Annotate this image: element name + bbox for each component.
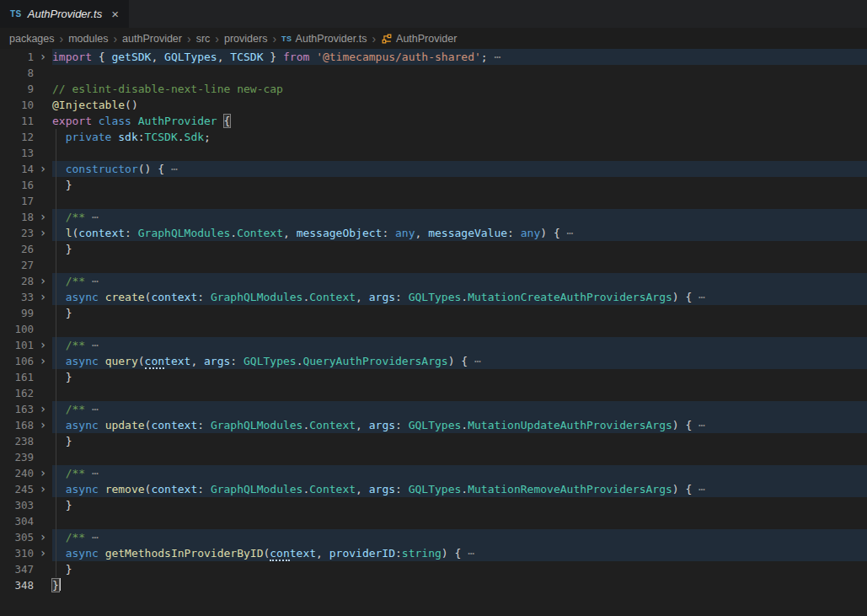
fold-chevron-icon[interactable]: › — [34, 481, 52, 497]
fold-chevron-icon[interactable]: › — [34, 273, 52, 289]
tab-authprovider[interactable]: TS AuthProvider.ts × — [0, 0, 129, 28]
line-number[interactable]: 305 — [0, 529, 34, 545]
line-number[interactable]: 168 — [0, 417, 34, 433]
code-content[interactable]: } — [52, 497, 867, 513]
line-number[interactable]: 13 — [0, 145, 34, 161]
code-token: : — [230, 355, 244, 367]
breadcrumb-item-authprovider[interactable]: authProvider — [122, 33, 182, 45]
code-content[interactable]: } — [52, 305, 867, 321]
code-content[interactable]: async getMethodsInProviderByID(context, … — [52, 545, 867, 561]
code-content[interactable]: export class AuthProvider { — [52, 113, 867, 129]
line-number[interactable]: 100 — [0, 321, 34, 337]
code-content[interactable] — [52, 145, 867, 161]
code-content[interactable]: /** ⋯ — [52, 465, 867, 481]
close-icon[interactable]: × — [111, 8, 119, 20]
code-token: ) { — [672, 291, 692, 303]
code-line-101: 101› /** ⋯ — [0, 337, 867, 353]
line-number[interactable]: 310 — [0, 545, 34, 561]
code-content[interactable]: async create(context: GraphQLModules.Con… — [52, 289, 867, 305]
gutter: 11› — [0, 113, 52, 129]
code-content[interactable] — [52, 513, 867, 529]
code-content[interactable]: /** ⋯ — [52, 401, 867, 417]
line-number[interactable]: 240 — [0, 465, 34, 481]
line-number[interactable]: 18 — [0, 209, 34, 225]
gutter: 99› — [0, 305, 52, 321]
code-content[interactable] — [52, 257, 867, 273]
line-number[interactable]: 23 — [0, 225, 34, 241]
code-content[interactable]: } — [52, 433, 867, 449]
fold-chevron-icon[interactable]: › — [34, 209, 52, 225]
line-number[interactable]: 101 — [0, 337, 34, 353]
line-number[interactable]: 303 — [0, 497, 34, 513]
fold-chevron-icon[interactable]: › — [34, 337, 52, 353]
line-number[interactable]: 10 — [0, 97, 34, 113]
line-number[interactable]: 17 — [0, 193, 34, 209]
fold-chevron-icon[interactable]: › — [34, 545, 52, 561]
code-content[interactable] — [52, 65, 867, 81]
fold-chevron-icon[interactable]: › — [34, 49, 52, 65]
gutter: 16› — [0, 177, 52, 193]
line-number[interactable]: 239 — [0, 449, 34, 465]
fold-chevron-icon[interactable]: › — [34, 289, 52, 305]
fold-chevron-icon[interactable]: › — [34, 465, 52, 481]
code-token: } — [51, 578, 60, 592]
code-content[interactable]: async remove(context: GraphQLModules.Con… — [52, 481, 867, 497]
code-content[interactable]: private sdk:TCSDK.Sdk; — [52, 129, 867, 145]
line-number[interactable]: 14 — [0, 161, 34, 177]
code-content[interactable] — [52, 385, 867, 401]
code-content[interactable]: import { getSDK, GQLTypes, TCSDK } from … — [52, 49, 867, 65]
line-number[interactable]: 28 — [0, 273, 34, 289]
line-number[interactable]: 161 — [0, 369, 34, 385]
line-number[interactable]: 26 — [0, 241, 34, 257]
code-content[interactable]: // eslint-disable-next-line new-cap — [52, 81, 867, 97]
line-number[interactable]: 27 — [0, 257, 34, 273]
line-number[interactable]: 245 — [0, 481, 34, 497]
fold-chevron-icon[interactable]: › — [34, 401, 52, 417]
code-content[interactable]: /** ⋯ — [52, 273, 867, 289]
code-content[interactable]: } — [52, 577, 867, 593]
fold-chevron-icon[interactable]: › — [34, 529, 52, 545]
breadcrumb-item-src[interactable]: src — [196, 33, 211, 45]
fold-chevron-icon[interactable]: › — [34, 417, 52, 433]
line-number[interactable]: 347 — [0, 561, 34, 577]
code-content[interactable] — [52, 449, 867, 465]
line-number[interactable]: 33 — [0, 289, 34, 305]
code-content[interactable]: /** ⋯ — [52, 337, 867, 353]
line-number[interactable]: 99 — [0, 305, 34, 321]
breadcrumb-item-authprovider[interactable]: AuthProvider — [381, 33, 457, 45]
code-content[interactable]: l(context: GraphQLModules.Context, messa… — [52, 225, 867, 241]
line-number[interactable]: 106 — [0, 353, 34, 369]
breadcrumb-item-packages[interactable]: packages — [9, 33, 55, 45]
line-number[interactable]: 8 — [0, 65, 34, 81]
line-number[interactable]: 348 — [0, 577, 34, 593]
fold-chevron-icon[interactable]: › — [34, 161, 52, 177]
code-content[interactable]: } — [52, 241, 867, 257]
code-content[interactable] — [52, 193, 867, 209]
code-content[interactable]: } — [52, 369, 867, 385]
line-number[interactable]: 163 — [0, 401, 34, 417]
code-content[interactable]: /** ⋯ — [52, 209, 867, 225]
line-number[interactable]: 11 — [0, 113, 34, 129]
code-content[interactable]: constructor() { ⋯ — [52, 161, 867, 177]
line-number[interactable]: 9 — [0, 81, 34, 97]
code-content[interactable] — [52, 321, 867, 337]
line-number[interactable]: 304 — [0, 513, 34, 529]
code-content[interactable]: /** ⋯ — [52, 529, 867, 545]
breadcrumb-item-modules[interactable]: modules — [68, 33, 108, 45]
code-content[interactable]: } — [52, 561, 867, 577]
line-number[interactable]: 238 — [0, 433, 34, 449]
line-number[interactable]: 16 — [0, 177, 34, 193]
line-number[interactable]: 1 — [0, 49, 34, 65]
line-number[interactable]: 12 — [0, 129, 34, 145]
line-number[interactable]: 162 — [0, 385, 34, 401]
gutter: 162› — [0, 385, 52, 401]
code-content[interactable]: async query(context, args: GQLTypes.Quer… — [52, 353, 867, 369]
code-content[interactable]: } — [52, 177, 867, 193]
code-content[interactable]: @Injectable() — [52, 97, 867, 113]
code-content[interactable]: async update(context: GraphQLModules.Con… — [52, 417, 867, 433]
fold-chevron-icon[interactable]: › — [34, 353, 52, 369]
breadcrumb-item-providers[interactable]: providers — [224, 33, 267, 45]
fold-chevron-icon[interactable]: › — [34, 225, 52, 241]
breadcrumb-item-authprovider-ts[interactable]: TSAuthProvider.ts — [281, 33, 367, 45]
code-line-23: 23› l(context: GraphQLModules.Context, m… — [0, 225, 867, 241]
